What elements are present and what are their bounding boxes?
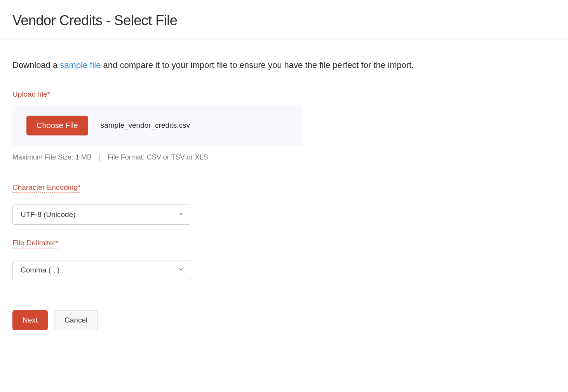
intro-text: Download a sample file and compare it to… [12,59,556,71]
page-title: Vendor Credits - Select File [12,12,556,29]
selected-filename: sample_vendor_credits.csv [101,121,190,130]
file-hint-format: File Format: CSV or TSV or XLS [108,153,208,161]
upload-section: Upload file* Choose File sample_vendor_c… [12,90,556,161]
cancel-button[interactable]: Cancel [54,310,98,330]
footer-divider [12,296,556,296]
upload-file-label: Upload file* [12,90,50,99]
encoding-select[interactable]: UTF-8 (Unicode) [12,205,191,225]
file-hints: Maximum File Size: 1 MB | File Format: C… [12,153,556,161]
action-bar: Next Cancel [12,310,556,330]
intro-suffix: and compare it to your import file to en… [101,60,414,70]
file-hint-size: Maximum File Size: 1 MB [12,153,92,161]
upload-zone: Choose File sample_vendor_credits.csv [12,105,302,146]
encoding-field: Character Encoding* UTF-8 (Unicode) [12,183,556,225]
encoding-value: UTF-8 (Unicode) [21,210,75,219]
next-button[interactable]: Next [12,310,48,330]
delimiter-label: File Delimiter* [12,239,58,248]
hint-divider: | [99,153,101,161]
delimiter-field: File Delimiter* Comma ( , ) [12,239,556,280]
choose-file-button[interactable]: Choose File [26,116,88,135]
delimiter-select[interactable]: Comma ( , ) [12,260,191,280]
intro-prefix: Download a [12,60,60,70]
encoding-label: Character Encoding* [12,183,80,193]
sample-file-link[interactable]: sample file [60,60,101,70]
delimiter-value: Comma ( , ) [21,266,59,274]
